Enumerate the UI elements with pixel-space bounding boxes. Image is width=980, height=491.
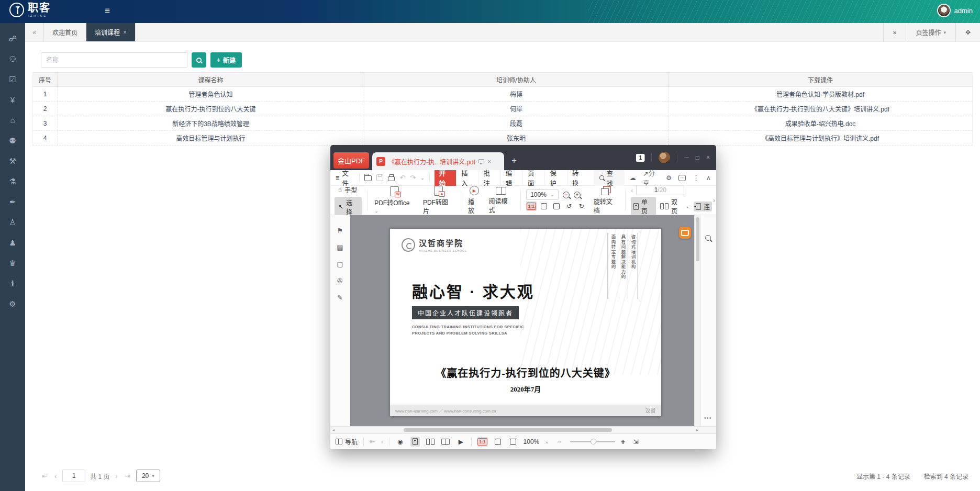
fit-width-button[interactable]	[551, 202, 562, 211]
sidebar-item-users-icon[interactable]: ⚇	[0, 55, 25, 63]
zoom-slider[interactable]	[570, 441, 615, 442]
maximize-button[interactable]: □	[696, 154, 699, 161]
sidebar-item-settings-icon[interactable]: ⚙	[0, 300, 25, 308]
fullscreen-toggle-button[interactable]: ✥	[955, 23, 980, 41]
window-count-badge[interactable]: 1	[636, 154, 644, 162]
single-page-view-button[interactable]	[410, 437, 420, 447]
first-page-button[interactable]: ⇤	[370, 438, 375, 445]
tab-close-icon[interactable]: ×	[123, 29, 127, 36]
print-icon[interactable]	[388, 176, 395, 181]
sidebar-item-awards-icon[interactable]: ♛	[0, 259, 25, 267]
scroll-left-arrow[interactable]: ◂	[332, 428, 335, 432]
wps-assistant-button[interactable]	[679, 227, 691, 239]
sidebar-item-members-icon[interactable]: ⚉	[0, 137, 25, 145]
scroll-right-arrow[interactable]: ▸	[696, 428, 698, 432]
pdf-page-viewport[interactable]: 汉哲商学院 HANZHE BUSINESS SCHOOL 面向特定专题的 具有问…	[350, 215, 716, 426]
zoom-in-button[interactable]: +	[621, 437, 626, 446]
avatar[interactable]	[937, 4, 951, 17]
fit-page-button[interactable]	[493, 437, 503, 447]
fullscreen-button[interactable]: ⇲	[631, 437, 641, 447]
zoom-out-button[interactable]: −	[555, 437, 564, 447]
next-page-button[interactable]: ›	[115, 472, 119, 480]
sidebar-item-person-icon[interactable]: ♙	[0, 218, 25, 227]
close-window-button[interactable]: ×	[706, 154, 710, 161]
page-number-indicator[interactable]: 1 /20	[636, 185, 684, 195]
first-page-button[interactable]: ⇤	[41, 472, 49, 480]
undo-icon[interactable]: ↶	[399, 174, 405, 182]
vertical-scrollbar-thumb[interactable]	[696, 217, 699, 261]
new-document-tab-button[interactable]: +	[511, 155, 517, 166]
table-row[interactable]: 3 新经济下的3B战略绩效管理 段磊 成果验收单-绍兴热电.doc	[33, 116, 972, 131]
page-size-select[interactable]: 20 ▾	[136, 470, 160, 482]
play-button[interactable]: ▶	[456, 437, 465, 447]
zoom-in-icon[interactable]: +	[574, 192, 581, 198]
document-tab-close-icon[interactable]: ×	[487, 158, 492, 165]
page-number-input[interactable]	[62, 470, 85, 482]
tabs-scroll-right-button[interactable]: »	[883, 23, 906, 41]
sidebar-item-organization-icon[interactable]: ⌂	[0, 116, 25, 125]
save-icon[interactable]	[376, 174, 383, 181]
tab-actions-dropdown[interactable]: 页签操作 ▾	[906, 23, 955, 41]
open-file-icon[interactable]	[364, 175, 372, 181]
app-logo[interactable]: 职客 IZHIKE	[9, 3, 51, 17]
new-button[interactable]: + 新建	[210, 52, 242, 68]
read-mode-button[interactable]: 阅读模式	[487, 187, 515, 214]
table-row[interactable]: 4 高效目标管理与计划执行 张东明 《高效目标管理与计划执行》培训讲义.pdf	[33, 131, 972, 146]
zoom-percent-label[interactable]: 100%	[524, 438, 540, 445]
pdf-user-avatar[interactable]	[659, 152, 670, 163]
search-button[interactable]	[192, 52, 206, 68]
more-menu-icon[interactable]: ⋮	[693, 174, 699, 182]
more-commands-icon[interactable]: ⌄	[420, 175, 425, 181]
actual-size-button[interactable]: 1:1	[526, 202, 537, 211]
table-row[interactable]: 2 赢在执行力-执行到位的八大关键 何岸 《赢在执行力-执行到位的八大关键》培训…	[33, 102, 972, 116]
horizontal-scrollbar[interactable]: ◂ ▸	[330, 426, 716, 433]
zoom-out-icon[interactable]: −	[563, 192, 570, 198]
bookmarks-panel-icon[interactable]: ⚑	[337, 227, 343, 235]
user-menu[interactable]: admin	[937, 4, 973, 17]
thumbnails-panel-icon[interactable]: ▤	[337, 243, 343, 251]
continuous-view-button[interactable]: 连	[694, 202, 712, 211]
comment-icon[interactable]	[678, 175, 686, 181]
tabs-scroll-left-button[interactable]: «	[25, 23, 44, 41]
search-input[interactable]	[41, 52, 187, 68]
ribbon-overflow-icon[interactable]: ›	[713, 197, 715, 204]
sidebar-item-finance-icon[interactable]: ¥	[0, 96, 25, 104]
fit-page-button[interactable]	[539, 202, 549, 211]
chevron-down-icon[interactable]: ⌄	[545, 439, 549, 444]
double-page-button[interactable]: 双页 ⌄	[658, 197, 692, 216]
last-page-button[interactable]: ⇥	[124, 472, 131, 480]
single-page-button[interactable]: 单页	[631, 197, 656, 216]
gear-icon[interactable]: ⚙	[666, 174, 672, 182]
table-row[interactable]: 1 管理者角色认知 梅博 管理者角色认知-学员版教材.pdf	[33, 87, 972, 102]
loupe-tool-icon[interactable]	[705, 235, 711, 241]
sidebar-item-share-icon[interactable]: ☍	[0, 35, 25, 43]
tab-training-course[interactable]: 培训课程 ×	[86, 23, 136, 41]
sidebar-item-work-icon[interactable]: ⚒	[0, 157, 25, 165]
double-page-view-button[interactable]	[426, 437, 435, 447]
book-view-button[interactable]	[441, 437, 450, 447]
pdf-to-office-button[interactable]: W PDF转Office ⌄	[373, 186, 416, 214]
cell-download-link[interactable]: 《赢在执行力-执行到位的八大关键》培训讲义.pdf	[669, 102, 972, 116]
pdf-titlebar[interactable]: 金山PDF P 《赢在执行力-执...培训讲义.pdf × + 1 ─ □ ×	[330, 145, 716, 170]
rotate-right-button[interactable]: ↻	[576, 202, 587, 211]
cell-download-link[interactable]: 管理者角色认知-学员版教材.pdf	[669, 87, 972, 101]
pdf-document-tab[interactable]: P 《赢在执行力-执...培训讲义.pdf ×	[372, 152, 504, 170]
attachments-panel-icon[interactable]: ✇	[337, 277, 343, 285]
crop-view-button[interactable]	[508, 437, 518, 447]
redo-icon[interactable]: ↷	[410, 174, 416, 182]
pdf-to-image-button[interactable]: ▲ PDF转图片	[421, 186, 455, 215]
tab-welcome[interactable]: 欢迎首页	[44, 23, 86, 41]
cloud-sync-icon[interactable]: ☁	[629, 174, 636, 182]
zoom-slider-knob[interactable]	[591, 439, 596, 444]
previous-page-button[interactable]: ‹	[381, 438, 383, 445]
sidebar-item-training-icon[interactable]: ✒	[0, 198, 25, 206]
minimize-button[interactable]: ─	[684, 154, 689, 161]
pdf-brand-button[interactable]: 金山PDF	[333, 152, 369, 169]
signature-panel-icon[interactable]: ✎	[337, 294, 343, 302]
collapse-ribbon-icon[interactable]: ∧	[706, 174, 711, 182]
rail-more-icon[interactable]: •••	[704, 415, 712, 421]
hamburger-menu-icon[interactable]: ≡	[105, 6, 110, 16]
vertical-scrollbar[interactable]	[694, 215, 700, 426]
play-slideshow-button[interactable]: ▶ 播放	[466, 186, 482, 215]
previous-page-button[interactable]: ‹	[631, 186, 633, 194]
